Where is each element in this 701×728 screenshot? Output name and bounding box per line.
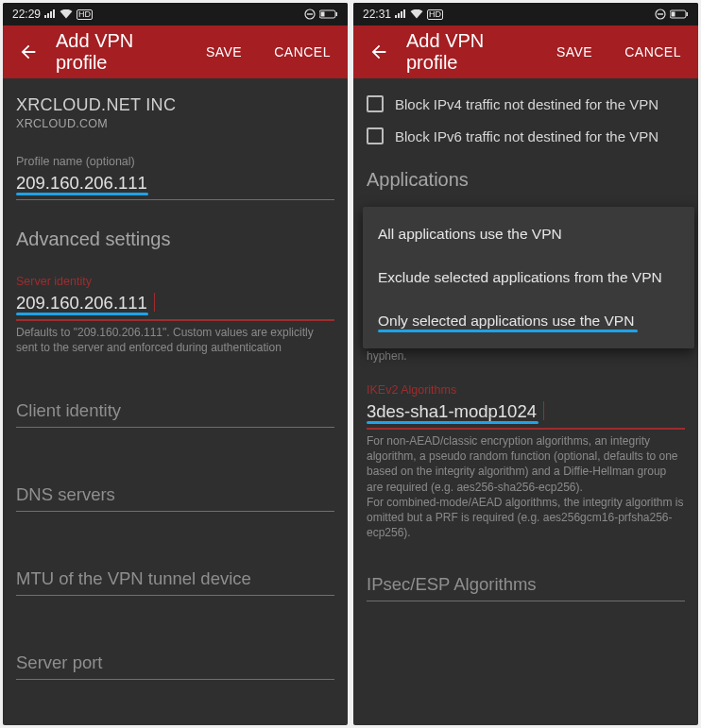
ikev2-helper-1: For non-AEAD/classic encryption algorith… bbox=[367, 433, 685, 495]
back-icon[interactable] bbox=[18, 42, 39, 62]
server-identity-input[interactable]: 209.160.206.111 bbox=[16, 289, 334, 321]
wifi-icon bbox=[410, 9, 423, 19]
block-ipv4-label: Block IPv4 traffic not destined for the … bbox=[395, 96, 658, 112]
battery-icon bbox=[670, 9, 689, 19]
ikev2-input[interactable]: 3des-sha1-modp1024 bbox=[367, 398, 685, 430]
applications-popup: All applications use the VPN Exclude sel… bbox=[363, 207, 694, 348]
checkbox-icon[interactable] bbox=[367, 127, 384, 144]
svg-rect-3 bbox=[336, 12, 338, 16]
ipsec-esp-input[interactable]: IPsec/ESP Algorithms bbox=[367, 570, 685, 601]
dnd-icon bbox=[304, 8, 316, 20]
status-bar: 22:31 HD bbox=[353, 3, 698, 25]
org-subtitle: XRCLOUD.COM bbox=[16, 117, 334, 130]
profile-name-label: Profile name (optional) bbox=[16, 155, 334, 168]
popup-option-exclude[interactable]: Exclude selected applications from the V… bbox=[363, 256, 694, 299]
screen-right: 22:31 HD Add VPN profile SAVE CANCEL bbox=[353, 3, 698, 725]
svg-rect-8 bbox=[687, 12, 689, 16]
screen-left: 22:29 HD Add VPN profile SAVE CANCEL XRC bbox=[3, 3, 348, 725]
signal-icon bbox=[395, 9, 406, 19]
signal-icon bbox=[44, 9, 56, 19]
popup-option-only[interactable]: Only selected applications use the VPN bbox=[363, 299, 694, 343]
hd-icon: HD bbox=[427, 9, 443, 20]
profile-name-input[interactable]: 209.160.206.111 bbox=[16, 169, 334, 200]
save-button[interactable]: SAVE bbox=[549, 44, 600, 59]
app-bar: Add VPN profile SAVE CANCEL bbox=[3, 25, 348, 78]
cancel-button[interactable]: CANCEL bbox=[617, 44, 689, 59]
appbar-title: Add VPN profile bbox=[56, 30, 181, 74]
advanced-settings-title: Advanced settings bbox=[16, 229, 334, 250]
block-ipv4-row[interactable]: Block IPv4 traffic not destined for the … bbox=[367, 88, 685, 120]
checkbox-icon[interactable] bbox=[367, 95, 384, 112]
server-identity-label: Server identity bbox=[16, 275, 334, 288]
ikev2-helper-2: For combined-mode/AEAD algorithms, the i… bbox=[367, 495, 685, 541]
cancel-button[interactable]: CANCEL bbox=[266, 44, 338, 59]
back-icon[interactable] bbox=[368, 42, 389, 62]
server-identity-value: 209.160.206.111 bbox=[16, 293, 147, 313]
org-name: XRCLOUD.NET INC bbox=[16, 95, 334, 115]
dnd-icon bbox=[655, 8, 666, 20]
ikev2-value: 3des-sha1-modp1024 bbox=[367, 401, 537, 421]
mtu-input[interactable]: MTU of the VPN tunnel device bbox=[16, 565, 334, 596]
save-button[interactable]: SAVE bbox=[198, 44, 249, 59]
appbar-title: Add VPN profile bbox=[406, 30, 532, 74]
server-port-input[interactable]: Server port bbox=[16, 649, 334, 680]
hd-icon: HD bbox=[77, 9, 93, 20]
svg-rect-4 bbox=[321, 12, 325, 17]
status-time: 22:29 bbox=[12, 8, 41, 21]
block-ipv6-row[interactable]: Block IPv6 traffic not destined for the … bbox=[367, 120, 685, 152]
popup-option-all[interactable]: All applications use the VPN bbox=[363, 212, 694, 256]
svg-rect-6 bbox=[658, 13, 663, 14]
svg-rect-9 bbox=[672, 12, 675, 17]
profile-name-value: 209.160.206.111 bbox=[16, 173, 147, 193]
content-area: Block IPv4 traffic not destined for the … bbox=[353, 78, 698, 601]
wifi-icon bbox=[60, 9, 73, 19]
ikev2-label: IKEv2 Algorithms bbox=[367, 383, 685, 397]
status-time: 22:31 bbox=[363, 8, 391, 21]
behind-hyphen: hyphen. bbox=[367, 348, 407, 364]
content-area: XRCLOUD.NET INC XRCLOUD.COM Profile name… bbox=[3, 78, 348, 680]
dns-servers-input[interactable]: DNS servers bbox=[16, 481, 334, 512]
server-identity-helper: Defaults to "209.160.206.111". Custom va… bbox=[16, 325, 334, 355]
block-ipv6-label: Block IPv6 traffic not destined for the … bbox=[395, 128, 658, 144]
battery-icon bbox=[319, 9, 338, 19]
client-identity-input[interactable]: Client identity bbox=[16, 397, 334, 428]
applications-title: Applications bbox=[367, 169, 685, 191]
app-bar: Add VPN profile SAVE CANCEL bbox=[353, 25, 698, 78]
svg-rect-1 bbox=[307, 13, 313, 14]
status-bar: 22:29 HD bbox=[3, 3, 348, 25]
